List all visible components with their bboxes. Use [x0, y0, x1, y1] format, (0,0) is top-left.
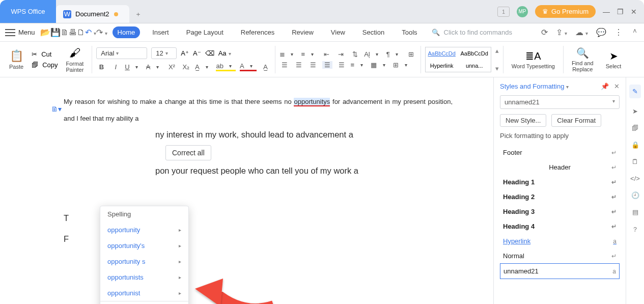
borders-icon[interactable]: ⊞▾: [393, 61, 411, 69]
misspelled-word[interactable]: opportunitys: [294, 98, 330, 106]
command-search[interactable]: 🔍Click to find commands: [432, 29, 512, 36]
sync-icon[interactable]: ⟳: [541, 27, 548, 37]
line-spacing-icon[interactable]: ≡▾: [351, 61, 367, 69]
style-unnamed21[interactable]: unnamed21a: [500, 263, 620, 279]
subscript-button[interactable]: X₂: [181, 63, 191, 71]
clear-format-icon[interactable]: ⌫: [205, 49, 214, 57]
word-typesetting-button[interactable]: ≣A Word Typesetting: [508, 50, 559, 69]
collapse-icon[interactable]: ＾: [631, 27, 639, 38]
current-style-select[interactable]: unnamed21▾: [500, 95, 620, 109]
doc-paragraph-2[interactable]: ny interest in my work, should lead to a…: [64, 126, 453, 143]
print-icon[interactable]: 🖶: [69, 28, 77, 37]
strip-note-icon[interactable]: 🗒: [632, 158, 638, 165]
style-down-icon[interactable]: ▾: [495, 65, 499, 72]
tab-home[interactable]: Home: [113, 26, 141, 38]
tab-document[interactable]: W Document2: [56, 5, 129, 23]
distribute-icon[interactable]: ☰: [337, 61, 347, 69]
shading-icon[interactable]: ▦▾: [371, 61, 389, 69]
tab-review[interactable]: Review: [287, 26, 319, 38]
cut-icon[interactable]: ✂: [32, 50, 37, 58]
strip-help-icon[interactable]: ？: [632, 225, 638, 234]
doc-paragraph-3[interactable]: pon your request people who can tell you…: [64, 162, 453, 179]
highlight-icon[interactable]: ab▾: [216, 62, 235, 71]
clear-format-button[interactable]: Clear Format: [551, 114, 601, 127]
find-replace-button[interactable]: 🔍 Find and Replace: [568, 47, 598, 72]
superscript-button[interactable]: X²: [166, 63, 177, 71]
grow-font-icon[interactable]: A⁺: [181, 49, 189, 57]
suggestion-opportunity[interactable]: opportunity▸: [100, 222, 188, 238]
char-shade-icon[interactable]: A̲: [261, 63, 271, 71]
style-heading-3[interactable]: Heading 3↵: [500, 204, 620, 219]
strip-clipboard-icon[interactable]: 🗐: [632, 124, 638, 132]
copy-icon[interactable]: 🗐: [32, 61, 38, 69]
align-justify-icon[interactable]: ☰: [322, 61, 332, 69]
suggestion-opportunists[interactable]: opportunists▸: [100, 269, 188, 285]
more-icon[interactable]: ⋮: [614, 27, 623, 37]
shrink-font-icon[interactable]: A⁻: [193, 49, 201, 57]
bullets-icon[interactable]: ≣▾: [279, 50, 297, 58]
para-mark-icon[interactable]: ¶▾: [386, 50, 402, 58]
tab-section[interactable]: Section: [357, 26, 389, 38]
italic-button[interactable]: I: [110, 63, 121, 71]
go-premium-button[interactable]: ♛Go Premium: [535, 5, 596, 18]
tabs-icon[interactable]: ⊞: [406, 50, 416, 58]
strip-select-icon[interactable]: ➤: [632, 107, 638, 115]
paste-icon[interactable]: 📋: [10, 49, 23, 63]
suggestion-opportunity-s[interactable]: opportunity s▸: [100, 254, 188, 269]
style-heading-4[interactable]: Heading 4↵: [500, 219, 620, 234]
close-button[interactable]: ✕: [631, 8, 637, 16]
save-icon[interactable]: 💾: [50, 27, 61, 37]
sort-icon[interactable]: ⇅: [350, 50, 360, 58]
format-painter-icon[interactable]: 🖌: [69, 46, 80, 60]
tab-insert[interactable]: Insert: [147, 26, 174, 38]
tab-tools[interactable]: Tools: [397, 26, 422, 38]
style-heading-1[interactable]: Heading 1↵: [500, 175, 620, 189]
share-icon[interactable]: ⇪▾: [556, 27, 567, 37]
strip-code-icon[interactable]: </>: [630, 175, 640, 182]
align-left-icon[interactable]: ☰: [279, 61, 290, 69]
cloud-icon[interactable]: ☁▾: [575, 27, 588, 37]
tab-page-layout[interactable]: Page Layout: [181, 26, 229, 38]
style-hyperlink[interactable]: Hyperlinka: [500, 234, 620, 248]
redo-icon[interactable]: ↷▾: [96, 27, 107, 37]
underline-button[interactable]: U▾: [125, 63, 142, 71]
font-select[interactable]: Arial▾: [96, 47, 147, 59]
font-color-icon[interactable]: A▾: [240, 62, 257, 71]
strip-format-icon[interactable]: ✎: [629, 85, 641, 98]
strip-history-icon[interactable]: 🕘: [631, 191, 639, 199]
panel-close-icon[interactable]: ✕: [614, 82, 620, 90]
text-dir-icon[interactable]: Aļ▾: [364, 50, 382, 58]
style-normal[interactable]: Normal↵: [500, 248, 620, 263]
minimize-button[interactable]: —: [603, 8, 610, 16]
new-style-button[interactable]: New Style...: [500, 114, 546, 127]
open-icon[interactable]: 📂: [40, 27, 50, 37]
indent-inc-icon[interactable]: ⇥: [335, 50, 346, 58]
comment-icon[interactable]: 💬: [596, 27, 606, 37]
panel-title[interactable]: Styles and Formatting▾: [500, 82, 569, 90]
workspace-count-icon[interactable]: 1: [497, 7, 510, 17]
style-footer[interactable]: Footer↵: [500, 145, 620, 160]
add-to-dictionary[interactable]: 📖Add to Dictionary: [100, 301, 188, 304]
strike-button[interactable]: A▾: [146, 63, 163, 71]
pin-icon[interactable]: 📌: [601, 82, 609, 90]
tab-add-button[interactable]: ＋: [129, 5, 147, 23]
tab-references[interactable]: References: [236, 26, 279, 38]
text-effect-icon[interactable]: A̲▾: [195, 63, 212, 71]
menu-button[interactable]: Menu: [0, 29, 40, 36]
change-case-icon[interactable]: Aa▾: [218, 49, 231, 57]
style-header[interactable]: Header↵: [500, 160, 620, 175]
size-select[interactable]: 12▾: [151, 47, 177, 59]
style-gallery[interactable]: AaBbCcDd AaBbCcDd Hyperlink unna...: [425, 47, 491, 72]
suggestion-opportunitys-2[interactable]: opportunity's▸: [100, 238, 188, 254]
undo-icon[interactable]: ↶▾: [85, 27, 96, 37]
correct-all-button[interactable]: Correct all: [165, 145, 211, 160]
page-nav-icon[interactable]: 🗎▾: [51, 105, 62, 113]
style-up-icon[interactable]: ▴: [495, 47, 499, 54]
numbering-icon[interactable]: ≡▾: [301, 50, 318, 58]
align-right-icon[interactable]: ☰: [308, 61, 318, 69]
tab-view[interactable]: View: [326, 26, 350, 38]
preview-icon[interactable]: 🗋: [77, 28, 85, 37]
indent-dec-icon[interactable]: ⇤: [321, 50, 331, 58]
export-icon[interactable]: 🗎: [61, 28, 69, 37]
bold-button[interactable]: B: [96, 63, 106, 71]
